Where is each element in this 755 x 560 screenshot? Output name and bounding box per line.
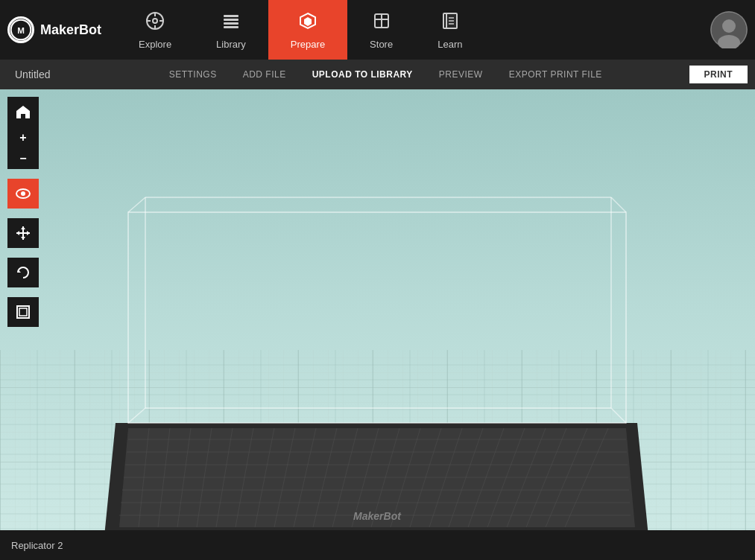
move-button[interactable] xyxy=(7,218,39,248)
view-button[interactable] xyxy=(7,179,39,209)
subnav-export[interactable]: EXPORT PRINT FILE xyxy=(498,66,613,83)
subnav-upload[interactable]: UPLOAD TO LIBRARY xyxy=(301,66,424,83)
nav-item-prepare[interactable]: Prepare xyxy=(268,0,347,60)
svg-rect-8 xyxy=(224,15,238,17)
svg-marker-112 xyxy=(27,231,30,235)
svg-text:MakerBot: MakerBot xyxy=(353,510,402,522)
sub-navigation: Untitled SETTINGS ADD FILE UPLOAD TO LIB… xyxy=(0,60,755,89)
nav-item-learn[interactable]: Learn xyxy=(415,0,484,60)
user-avatar[interactable] xyxy=(710,11,748,48)
zoom-out-button[interactable]: − xyxy=(7,148,39,169)
logo-text: MakerBot xyxy=(40,22,101,38)
subnav-preview[interactable]: PREVIEW xyxy=(428,66,494,83)
viewport-3d: MakerBot + − xyxy=(0,89,755,530)
svg-point-3 xyxy=(153,19,157,23)
printer-name: Replicator 2 xyxy=(11,540,63,551)
nav-item-explore[interactable]: Explore xyxy=(116,0,194,60)
store-icon xyxy=(371,10,392,36)
zoom-in-button[interactable]: + xyxy=(7,127,39,148)
explore-icon xyxy=(145,10,165,36)
rotate-button[interactable] xyxy=(7,258,39,287)
nav-items: Explore Library Prepare xyxy=(116,0,710,60)
scale-button[interactable] xyxy=(7,297,39,327)
subnav-settings[interactable]: SETTINGS xyxy=(158,66,228,83)
svg-marker-111 xyxy=(16,231,19,235)
svg-point-23 xyxy=(722,19,736,33)
svg-point-106 xyxy=(21,191,25,196)
svg-rect-9 xyxy=(224,19,238,21)
home-button[interactable] xyxy=(7,97,39,127)
logo[interactable]: M MakerBot xyxy=(7,16,101,43)
learn-label: Learn xyxy=(437,39,462,50)
library-icon xyxy=(221,10,241,36)
3d-scene-svg: MakerBot xyxy=(0,89,755,530)
svg-marker-109 xyxy=(21,226,25,229)
svg-marker-104 xyxy=(16,106,30,118)
top-navigation: M MakerBot Explore xyxy=(0,0,755,60)
svg-marker-110 xyxy=(21,237,25,240)
learn-icon xyxy=(440,10,461,36)
status-bar: Replicator 2 xyxy=(0,530,755,560)
svg-text:M: M xyxy=(17,25,25,35)
zoom-controls: + − xyxy=(7,127,39,169)
explore-label: Explore xyxy=(139,39,171,50)
prepare-label: Prepare xyxy=(291,39,325,50)
store-label: Store xyxy=(370,39,393,50)
logo-icon: M xyxy=(7,16,34,43)
left-toolbar: + − xyxy=(7,97,39,327)
prepare-icon xyxy=(297,10,318,36)
svg-rect-115 xyxy=(19,308,27,316)
nav-item-library[interactable]: Library xyxy=(194,0,268,60)
print-button[interactable]: PRINT xyxy=(689,66,748,83)
file-title: Untitled xyxy=(7,69,82,80)
svg-rect-10 xyxy=(224,22,238,25)
nav-item-store[interactable]: Store xyxy=(347,0,415,60)
svg-marker-13 xyxy=(304,17,312,26)
library-label: Library xyxy=(216,39,246,50)
subnav-add-file[interactable]: ADD FILE xyxy=(232,66,297,83)
svg-rect-11 xyxy=(224,26,238,28)
subnav-items: SETTINGS ADD FILE UPLOAD TO LIBRARY PREV… xyxy=(82,66,689,83)
